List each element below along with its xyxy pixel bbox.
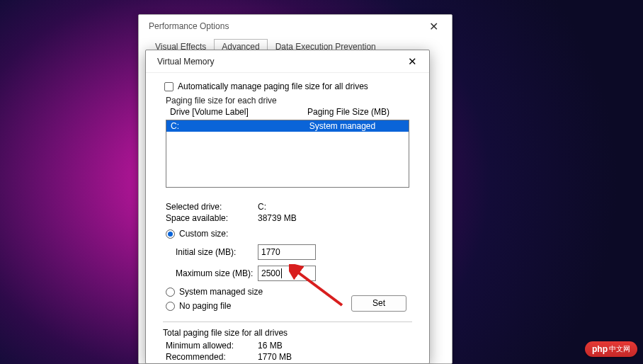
watermark: php 中文网 <box>585 341 637 357</box>
selected-drive-label: Selected drive: <box>166 202 258 212</box>
watermark-suffix: 中文网 <box>609 344 630 354</box>
selected-drive-value: C: <box>258 202 266 212</box>
drive-mode: System managed <box>280 121 404 131</box>
auto-manage-checkbox-row[interactable]: Automatically manage paging file size fo… <box>164 81 418 91</box>
watermark-brand: php <box>592 344 608 354</box>
virtual-memory-title: Virtual Memory <box>157 57 398 67</box>
col-size: Paging File Size (MB) <box>307 107 414 117</box>
maximum-size-label: Maximum size (MB): <box>166 268 258 278</box>
set-button[interactable]: Set <box>351 295 406 312</box>
totals-label: Total paging file size for all drives <box>163 328 418 338</box>
drive-list-empty <box>166 132 409 187</box>
custom-size-radio[interactable]: Custom size: <box>166 229 418 239</box>
no-paging-label: No paging file <box>179 301 231 311</box>
divider <box>163 322 412 322</box>
checkbox-icon[interactable] <box>164 82 173 91</box>
drive-group-label: Paging file size for each drive <box>166 96 418 106</box>
minimum-allowed-label: Minimum allowed: <box>166 341 258 351</box>
auto-manage-label: Automatically manage paging file size fo… <box>178 81 368 91</box>
drive-row-c[interactable]: C: System managed <box>166 120 409 132</box>
space-available-value: 38739 MB <box>258 213 297 223</box>
drive-letter: C: <box>171 121 280 131</box>
performance-options-title: Performance Options <box>149 21 419 31</box>
custom-size-label: Custom size: <box>179 229 228 239</box>
radio-icon[interactable] <box>166 229 175 239</box>
system-managed-label: System managed size <box>179 287 263 297</box>
space-available-label: Space available: <box>166 213 258 223</box>
drive-list-header: Drive [Volume Label] Paging File Size (M… <box>166 106 418 118</box>
recommended-value: 1770 MB <box>258 352 292 362</box>
drive-list[interactable]: C: System managed <box>166 120 409 188</box>
minimum-allowed-value: 16 MB <box>258 341 283 351</box>
close-icon[interactable]: ✕ <box>419 20 448 33</box>
maximum-size-value: 2500 <box>261 268 280 278</box>
performance-options-titlebar: Performance Options ✕ <box>139 15 452 38</box>
close-icon[interactable]: ✕ <box>398 50 426 72</box>
maximum-size-input[interactable]: 2500 <box>258 266 316 281</box>
virtual-memory-titlebar: Virtual Memory ✕ <box>146 50 429 73</box>
col-drive: Drive [Volume Label] <box>170 107 307 117</box>
radio-icon[interactable] <box>166 302 175 311</box>
initial-size-input[interactable] <box>258 244 316 260</box>
radio-icon[interactable] <box>166 288 175 297</box>
recommended-label: Recommended: <box>166 352 258 362</box>
text-caret-icon <box>281 268 282 278</box>
virtual-memory-dialog: Virtual Memory ✕ Automatically manage pa… <box>145 50 430 364</box>
initial-size-label: Initial size (MB): <box>166 247 258 257</box>
